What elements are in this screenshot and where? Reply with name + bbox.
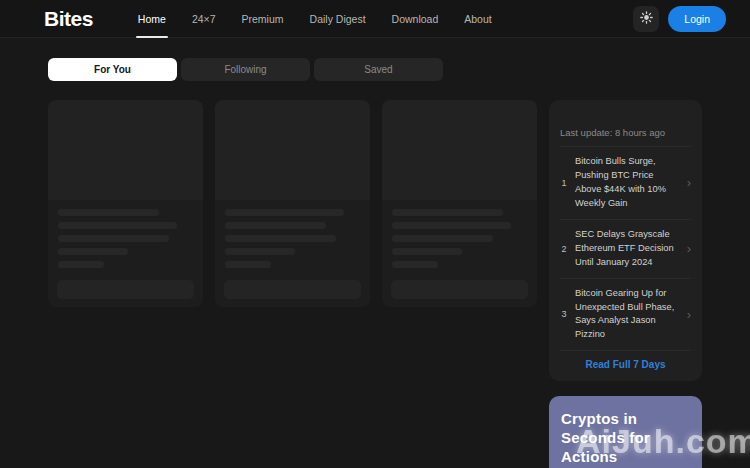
skeleton-footer <box>224 280 361 299</box>
chevron-right-icon <box>687 242 691 255</box>
sun-icon <box>640 11 653 27</box>
main-content: Last update: 8 hours ago 1 Bitcoin Bulls… <box>48 100 702 468</box>
nav-item-daily-digest[interactable]: Daily Digest <box>297 0 379 38</box>
read-full-link[interactable]: Read Full 7 Days <box>560 351 691 373</box>
news-title: Bitcoin Bulls Surge, Pushing BTC Price A… <box>575 155 680 211</box>
nav-item-download[interactable]: Download <box>379 0 452 38</box>
news-rank: 3 <box>560 309 568 319</box>
skeleton-card <box>382 100 537 307</box>
skeleton-image <box>48 100 203 200</box>
article-feed <box>48 100 537 468</box>
skeleton-footer <box>57 280 194 299</box>
tab-for-you[interactable]: For You <box>48 58 177 81</box>
news-item-1[interactable]: 1 Bitcoin Bulls Surge, Pushing BTC Price… <box>560 147 691 220</box>
chevron-right-icon <box>687 176 691 189</box>
tab-saved[interactable]: Saved <box>314 58 443 81</box>
nav-item-home[interactable]: Home <box>125 0 179 38</box>
theme-toggle-button[interactable] <box>633 6 659 32</box>
chevron-right-icon <box>687 308 691 321</box>
skeleton-card <box>215 100 370 307</box>
news-item-2[interactable]: 2 SEC Delays Grayscale Ethereum ETF Deci… <box>560 220 691 279</box>
app-promo-card: Cryptos in Seconds for Actions AI Powere… <box>549 396 702 468</box>
login-button[interactable]: Login <box>668 6 726 32</box>
news-title: SEC Delays Grayscale Ethereum ETF Decisi… <box>575 228 680 270</box>
skeleton-text <box>382 200 537 274</box>
header-actions: Login <box>633 6 726 32</box>
news-rank: 2 <box>560 244 568 254</box>
navbar: Bites Home 24×7 Premium Daily Digest Dow… <box>0 0 750 38</box>
last-update-text: Last update: 8 hours ago <box>560 127 691 147</box>
news-item-3[interactable]: 3 Bitcoin Gearing Up for Unexpected Bull… <box>560 279 691 352</box>
skeleton-text <box>215 200 370 274</box>
skeleton-card <box>48 100 203 307</box>
tab-following[interactable]: Following <box>181 58 310 81</box>
nav-item-about[interactable]: About <box>451 0 504 38</box>
skeleton-footer <box>391 280 528 299</box>
nav-item-24x7[interactable]: 24×7 <box>179 0 229 38</box>
news-title: Bitcoin Gearing Up for Unexpected Bull P… <box>575 287 680 343</box>
skeleton-image <box>382 100 537 200</box>
sidebar: Last update: 8 hours ago 1 Bitcoin Bulls… <box>549 100 702 468</box>
nav-item-premium[interactable]: Premium <box>229 0 297 38</box>
promo-title: Cryptos in Seconds for Actions <box>561 410 690 466</box>
feed-tabs: For You Following Saved <box>48 58 702 81</box>
top-news-panel: Last update: 8 hours ago 1 Bitcoin Bulls… <box>549 100 702 381</box>
news-rank: 1 <box>560 178 568 188</box>
main-nav: Home 24×7 Premium Daily Digest Download … <box>125 0 505 38</box>
skeleton-text <box>48 200 203 274</box>
app-logo[interactable]: Bites <box>44 7 93 31</box>
skeleton-image <box>215 100 370 200</box>
